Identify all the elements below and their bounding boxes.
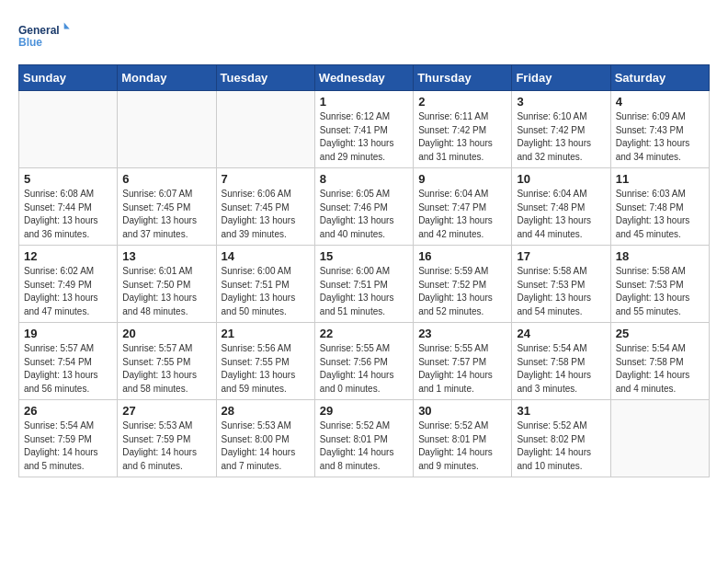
day-info: Sunrise: 6:10 AM Sunset: 7:42 PM Dayligh…: [517, 110, 605, 164]
day-cell: 30Sunrise: 5:52 AM Sunset: 8:01 PM Dayli…: [414, 400, 512, 477]
day-info: Sunrise: 6:04 AM Sunset: 7:48 PM Dayligh…: [517, 188, 605, 241]
day-info: Sunrise: 5:58 AM Sunset: 7:53 PM Dayligh…: [517, 265, 605, 318]
logo-svg: General Blue: [18, 18, 74, 55]
day-info: Sunrise: 5:53 AM Sunset: 8:00 PM Dayligh…: [222, 419, 310, 473]
day-info: Sunrise: 5:57 AM Sunset: 7:54 PM Dayligh…: [24, 342, 112, 396]
day-info: Sunrise: 6:00 AM Sunset: 7:51 PM Dayligh…: [320, 265, 408, 318]
svg-marker-1: [64, 23, 70, 29]
calendar: SundayMondayTuesdayWednesdayThursdayFrid…: [18, 64, 710, 477]
day-cell: [118, 91, 216, 168]
day-number: 6: [122, 172, 210, 186]
day-number: 14: [222, 249, 310, 263]
day-cell: [19, 91, 118, 168]
day-number: 24: [517, 327, 605, 340]
day-number: 4: [616, 95, 704, 109]
header-wednesday: Wednesday: [314, 65, 413, 91]
day-number: 7: [222, 172, 310, 186]
day-info: Sunrise: 5:58 AM Sunset: 7:53 PM Dayligh…: [616, 265, 704, 318]
header-friday: Friday: [512, 65, 610, 91]
day-cell: 11Sunrise: 6:03 AM Sunset: 7:48 PM Dayli…: [610, 168, 709, 246]
day-cell: 1Sunrise: 6:12 AM Sunset: 7:41 PM Daylig…: [314, 91, 413, 168]
day-info: Sunrise: 5:57 AM Sunset: 7:55 PM Dayligh…: [122, 342, 210, 396]
week-row-2: 5Sunrise: 6:08 AM Sunset: 7:44 PM Daylig…: [19, 168, 710, 246]
week-row-1: 1Sunrise: 6:12 AM Sunset: 7:41 PM Daylig…: [19, 91, 710, 168]
day-number: 27: [122, 404, 210, 418]
day-number: 10: [517, 172, 605, 186]
day-number: 15: [320, 249, 408, 263]
day-cell: 5Sunrise: 6:08 AM Sunset: 7:44 PM Daylig…: [19, 168, 118, 246]
day-info: Sunrise: 5:59 AM Sunset: 7:52 PM Dayligh…: [418, 265, 506, 318]
day-info: Sunrise: 5:54 AM Sunset: 7:59 PM Dayligh…: [24, 419, 112, 473]
day-cell: 14Sunrise: 6:00 AM Sunset: 7:51 PM Dayli…: [216, 246, 314, 323]
day-number: 29: [320, 404, 408, 418]
day-number: 13: [122, 249, 210, 263]
header-monday: Monday: [118, 65, 216, 91]
header-row: SundayMondayTuesdayWednesdayThursdayFrid…: [19, 65, 710, 91]
header-saturday: Saturday: [610, 65, 709, 91]
header-thursday: Thursday: [414, 65, 512, 91]
day-info: Sunrise: 6:01 AM Sunset: 7:50 PM Dayligh…: [122, 265, 210, 318]
day-cell: 24Sunrise: 5:54 AM Sunset: 7:58 PM Dayli…: [512, 323, 610, 400]
day-cell: 3Sunrise: 6:10 AM Sunset: 7:42 PM Daylig…: [512, 91, 610, 168]
day-cell: 10Sunrise: 6:04 AM Sunset: 7:48 PM Dayli…: [512, 168, 610, 246]
header-sunday: Sunday: [19, 65, 118, 91]
day-cell: 20Sunrise: 5:57 AM Sunset: 7:55 PM Dayli…: [118, 323, 216, 400]
day-info: Sunrise: 6:12 AM Sunset: 7:41 PM Dayligh…: [320, 110, 408, 164]
day-info: Sunrise: 5:52 AM Sunset: 8:01 PM Dayligh…: [418, 419, 506, 473]
header-tuesday: Tuesday: [216, 65, 314, 91]
day-info: Sunrise: 5:54 AM Sunset: 7:58 PM Dayligh…: [517, 342, 605, 396]
day-cell: [610, 400, 709, 477]
svg-text:General: General: [18, 24, 60, 37]
day-cell: 26Sunrise: 5:54 AM Sunset: 7:59 PM Dayli…: [19, 400, 118, 477]
day-info: Sunrise: 6:08 AM Sunset: 7:44 PM Dayligh…: [24, 188, 112, 241]
day-info: Sunrise: 6:02 AM Sunset: 7:49 PM Dayligh…: [24, 265, 112, 318]
day-cell: [216, 91, 314, 168]
day-cell: 28Sunrise: 5:53 AM Sunset: 8:00 PM Dayli…: [216, 400, 314, 477]
day-info: Sunrise: 5:56 AM Sunset: 7:55 PM Dayligh…: [222, 342, 310, 396]
day-info: Sunrise: 6:06 AM Sunset: 7:45 PM Dayligh…: [222, 188, 310, 241]
day-number: 9: [418, 172, 506, 186]
day-number: 16: [418, 249, 506, 263]
svg-text:Blue: Blue: [18, 36, 42, 49]
day-number: 8: [320, 172, 408, 186]
day-number: 3: [517, 95, 605, 109]
day-number: 11: [616, 172, 704, 186]
day-cell: 13Sunrise: 6:01 AM Sunset: 7:50 PM Dayli…: [118, 246, 216, 323]
day-info: Sunrise: 5:52 AM Sunset: 8:02 PM Dayligh…: [517, 419, 605, 473]
week-row-3: 12Sunrise: 6:02 AM Sunset: 7:49 PM Dayli…: [19, 246, 710, 323]
day-number: 21: [222, 327, 310, 340]
day-number: 17: [517, 249, 605, 263]
day-cell: 15Sunrise: 6:00 AM Sunset: 7:51 PM Dayli…: [314, 246, 413, 323]
day-info: Sunrise: 6:11 AM Sunset: 7:42 PM Dayligh…: [418, 110, 506, 164]
day-number: 25: [616, 327, 704, 340]
header: General Blue: [18, 18, 710, 55]
week-row-5: 26Sunrise: 5:54 AM Sunset: 7:59 PM Dayli…: [19, 400, 710, 477]
day-cell: 7Sunrise: 6:06 AM Sunset: 7:45 PM Daylig…: [216, 168, 314, 246]
day-number: 5: [24, 172, 112, 186]
day-info: Sunrise: 5:52 AM Sunset: 8:01 PM Dayligh…: [320, 419, 408, 473]
day-info: Sunrise: 5:54 AM Sunset: 7:58 PM Dayligh…: [616, 342, 704, 396]
day-info: Sunrise: 5:55 AM Sunset: 7:57 PM Dayligh…: [418, 342, 506, 396]
day-cell: 25Sunrise: 5:54 AM Sunset: 7:58 PM Dayli…: [610, 323, 709, 400]
day-cell: 22Sunrise: 5:55 AM Sunset: 7:56 PM Dayli…: [314, 323, 413, 400]
day-info: Sunrise: 5:55 AM Sunset: 7:56 PM Dayligh…: [320, 342, 408, 396]
day-info: Sunrise: 6:07 AM Sunset: 7:45 PM Dayligh…: [122, 188, 210, 241]
day-number: 12: [24, 249, 112, 263]
day-cell: 2Sunrise: 6:11 AM Sunset: 7:42 PM Daylig…: [414, 91, 512, 168]
day-info: Sunrise: 6:05 AM Sunset: 7:46 PM Dayligh…: [320, 188, 408, 241]
day-number: 26: [24, 404, 112, 418]
day-info: Sunrise: 6:09 AM Sunset: 7:43 PM Dayligh…: [616, 110, 704, 164]
day-number: 20: [122, 327, 210, 340]
day-cell: 21Sunrise: 5:56 AM Sunset: 7:55 PM Dayli…: [216, 323, 314, 400]
day-number: 31: [517, 404, 605, 418]
day-cell: 9Sunrise: 6:04 AM Sunset: 7:47 PM Daylig…: [414, 168, 512, 246]
day-cell: 18Sunrise: 5:58 AM Sunset: 7:53 PM Dayli…: [610, 246, 709, 323]
logo: General Blue: [18, 18, 74, 55]
day-cell: 16Sunrise: 5:59 AM Sunset: 7:52 PM Dayli…: [414, 246, 512, 323]
week-row-4: 19Sunrise: 5:57 AM Sunset: 7:54 PM Dayli…: [19, 323, 710, 400]
day-number: 28: [222, 404, 310, 418]
day-number: 18: [616, 249, 704, 263]
day-cell: 23Sunrise: 5:55 AM Sunset: 7:57 PM Dayli…: [414, 323, 512, 400]
day-number: 1: [320, 95, 408, 109]
day-cell: 8Sunrise: 6:05 AM Sunset: 7:46 PM Daylig…: [314, 168, 413, 246]
